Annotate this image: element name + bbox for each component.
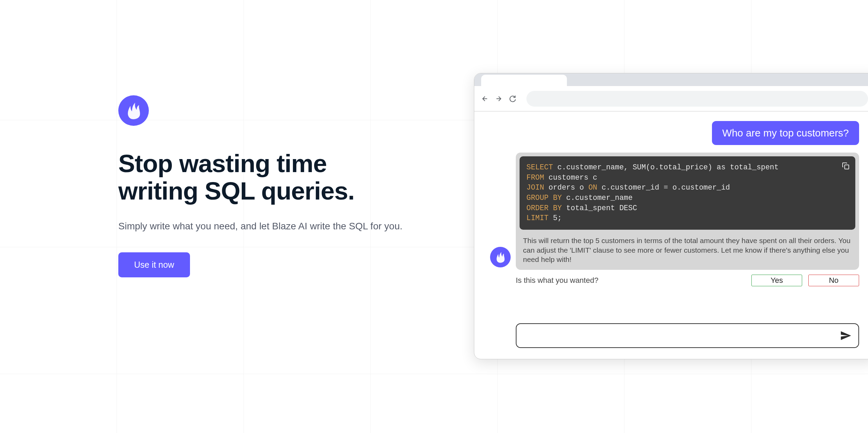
assistant-avatar <box>490 247 511 267</box>
copy-icon <box>842 162 850 170</box>
blaze-logo <box>118 95 149 126</box>
sql-line-6: LIMIT 5; <box>526 213 848 224</box>
feedback-no-button[interactable]: No <box>808 275 859 286</box>
forward-button[interactable] <box>495 95 502 103</box>
page-headline: Stop wasting time writing SQL queries. <box>118 150 427 205</box>
back-button[interactable] <box>481 95 489 103</box>
assistant-response: SELECT c.customer_name, SUM(o.total_pric… <box>490 153 859 286</box>
hero-section: Stop wasting time writing SQL queries. S… <box>118 95 427 277</box>
sql-line-5: ORDER BY total_spent DESC <box>526 203 848 214</box>
arrow-left-icon <box>481 95 489 103</box>
chat-input-row <box>516 323 859 348</box>
use-it-now-button[interactable]: Use it now <box>118 252 190 277</box>
send-button[interactable] <box>840 330 852 341</box>
browser-tab[interactable] <box>481 75 567 86</box>
page-subheadline: Simply write what you need, and let Blaz… <box>118 221 427 232</box>
chat-area: Who are my top customers? SELECT c.custo… <box>474 111 868 359</box>
svg-rect-0 <box>845 165 849 169</box>
browser-mockup: Who are my top customers? SELECT c.custo… <box>474 73 868 359</box>
feedback-prompt: Is this what you wanted? <box>516 276 598 285</box>
browser-tab-bar <box>474 73 868 86</box>
sql-line-3: JOIN orders o ON c.customer_id = o.custo… <box>526 183 848 193</box>
reload-icon <box>509 95 516 103</box>
flame-icon <box>124 101 143 120</box>
arrow-right-icon <box>495 95 502 103</box>
sql-line-1: SELECT c.customer_name, SUM(o.total_pric… <box>526 163 848 173</box>
browser-toolbar <box>474 86 868 111</box>
response-card: SELECT c.customer_name, SUM(o.total_pric… <box>516 153 859 270</box>
url-bar[interactable] <box>526 91 868 107</box>
copy-button[interactable] <box>842 162 850 170</box>
sql-explanation: This will return the top 5 customers in … <box>520 236 855 264</box>
chat-input[interactable] <box>516 323 859 348</box>
send-icon <box>840 330 852 341</box>
flame-icon <box>494 251 507 263</box>
sql-code-block: SELECT c.customer_name, SUM(o.total_pric… <box>520 156 855 230</box>
headline-line-1: Stop wasting time <box>118 149 327 177</box>
feedback-row: Is this what you wanted? Yes No <box>516 275 859 286</box>
sql-line-4: GROUP BY c.customer_name <box>526 193 848 203</box>
headline-line-2: writing SQL queries. <box>118 177 355 205</box>
user-message-bubble: Who are my top customers? <box>712 121 859 145</box>
sql-line-2: FROM customers c <box>526 173 848 183</box>
feedback-yes-button[interactable]: Yes <box>751 275 802 286</box>
reload-button[interactable] <box>509 95 516 103</box>
